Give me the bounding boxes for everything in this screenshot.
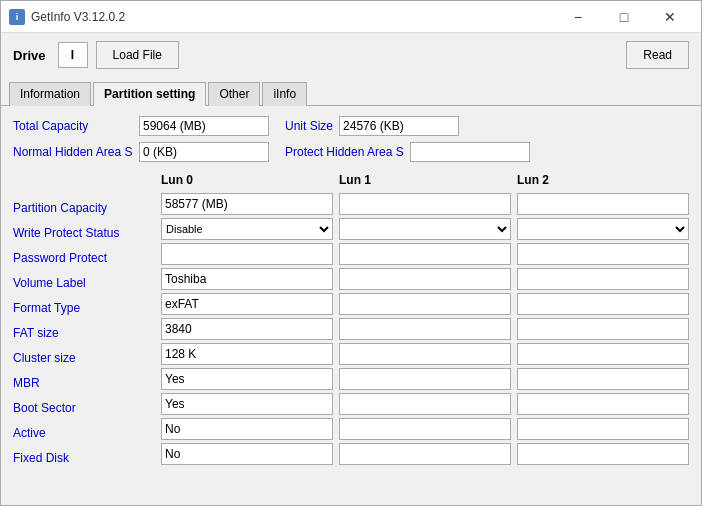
lun-2-header: Lun 2 xyxy=(517,170,689,190)
drive-value: I xyxy=(58,42,88,68)
title-bar-left: i GetInfo V3.12.0.2 xyxy=(9,9,125,25)
lun-0-column: Lun 0 Disable Enable xyxy=(161,170,333,469)
main-grid: Partition Capacity Write Protect Status … xyxy=(13,170,689,469)
lun-0-fat-size xyxy=(161,318,333,340)
top-row-1: Total Capacity Unit Size xyxy=(13,116,689,136)
top-row-2: Normal Hidden Area S Protect Hidden Area… xyxy=(13,142,689,162)
window-title: GetInfo V3.12.0.2 xyxy=(31,10,125,24)
lun-2-active xyxy=(517,418,689,440)
lun-0-partition-capacity xyxy=(161,193,333,215)
content-area: Total Capacity Unit Size Normal Hidden A… xyxy=(1,106,701,505)
lun-1-cluster-size xyxy=(339,343,511,365)
label-fixed-disk: Fixed Disk xyxy=(13,447,153,469)
lun-0-header: Lun 0 xyxy=(161,170,333,190)
lun-1-fixed-disk xyxy=(339,443,511,465)
lun-1-active xyxy=(339,418,511,440)
normal-hidden-label: Normal Hidden Area S xyxy=(13,145,133,159)
lun-1-fat-size xyxy=(339,318,511,340)
label-cluster-size: Cluster size xyxy=(13,347,153,369)
lun-1-partition-capacity xyxy=(339,193,511,215)
lun-0-volume-label xyxy=(161,268,333,290)
protect-hidden-input[interactable] xyxy=(410,142,530,162)
lun-1-volume-label xyxy=(339,268,511,290)
protect-hidden-label: Protect Hidden Area S xyxy=(285,145,404,159)
normal-hidden-field: Normal Hidden Area S xyxy=(13,142,269,162)
normal-hidden-input[interactable] xyxy=(139,142,269,162)
tab-bar: Information Partition setting Other iInf… xyxy=(1,77,701,106)
maximize-button[interactable]: □ xyxy=(601,1,647,33)
title-controls: − □ ✕ xyxy=(555,1,693,33)
tab-partition-setting[interactable]: Partition setting xyxy=(93,82,206,106)
spacer-lun-header xyxy=(13,170,153,194)
label-active: Active xyxy=(13,422,153,444)
lun-2-cluster-size xyxy=(517,343,689,365)
lun-1-write-protect: Disable Enable xyxy=(339,218,511,240)
lun-1-header: Lun 1 xyxy=(339,170,511,190)
row-labels: Partition Capacity Write Protect Status … xyxy=(13,170,153,469)
tab-iinfo[interactable]: iInfo xyxy=(262,82,307,106)
unit-size-field: Unit Size xyxy=(285,116,459,136)
read-button[interactable]: Read xyxy=(626,41,689,69)
lun-0-mbr xyxy=(161,368,333,390)
label-write-protect: Write Protect Status xyxy=(13,222,153,244)
lun-2-mbr xyxy=(517,368,689,390)
protect-hidden-field: Protect Hidden Area S xyxy=(285,142,530,162)
lun-0-format-type xyxy=(161,293,333,315)
lun-2-partition-capacity xyxy=(517,193,689,215)
label-format-type: Format Type xyxy=(13,297,153,319)
lun-grid: Lun 0 Disable Enable xyxy=(161,170,689,469)
label-fat-size: FAT size xyxy=(13,322,153,344)
main-window: i GetInfo V3.12.0.2 − □ ✕ Drive I Load F… xyxy=(0,0,702,506)
lun-1-password-protect xyxy=(339,243,511,265)
lun-2-password-protect xyxy=(517,243,689,265)
lun-0-fixed-disk xyxy=(161,443,333,465)
close-button[interactable]: ✕ xyxy=(647,1,693,33)
lun-0-active xyxy=(161,418,333,440)
label-password-protect: Password Protect xyxy=(13,247,153,269)
unit-size-input[interactable] xyxy=(339,116,459,136)
lun-1-mbr xyxy=(339,368,511,390)
lun-2-write-protect: Disable Enable xyxy=(517,218,689,240)
toolbar: Drive I Load File Read xyxy=(1,33,701,77)
total-capacity-field: Total Capacity xyxy=(13,116,269,136)
lun-2-format-type xyxy=(517,293,689,315)
drive-label: Drive xyxy=(13,48,46,63)
app-icon: i xyxy=(9,9,25,25)
lun-2-boot-sector xyxy=(517,393,689,415)
total-capacity-label: Total Capacity xyxy=(13,119,133,133)
label-volume-label: Volume Label xyxy=(13,272,153,294)
label-mbr: MBR xyxy=(13,372,153,394)
label-boot-sector: Boot Sector xyxy=(13,397,153,419)
tab-information[interactable]: Information xyxy=(9,82,91,106)
lun-2-volume-label xyxy=(517,268,689,290)
title-bar: i GetInfo V3.12.0.2 − □ ✕ xyxy=(1,1,701,33)
total-capacity-input[interactable] xyxy=(139,116,269,136)
lun-1-boot-sector xyxy=(339,393,511,415)
label-partition-capacity: Partition Capacity xyxy=(13,197,153,219)
lun-1-format-type xyxy=(339,293,511,315)
load-file-button[interactable]: Load File xyxy=(96,41,179,69)
lun-0-password-protect xyxy=(161,243,333,265)
minimize-button[interactable]: − xyxy=(555,1,601,33)
lun-0-write-protect: Disable Enable xyxy=(161,218,333,240)
lun-1-column: Lun 1 Disable Enable xyxy=(339,170,511,469)
unit-size-label: Unit Size xyxy=(285,119,333,133)
tab-other[interactable]: Other xyxy=(208,82,260,106)
lun-0-boot-sector xyxy=(161,393,333,415)
lun-2-fixed-disk xyxy=(517,443,689,465)
lun-2-column: Lun 2 Disable Enable xyxy=(517,170,689,469)
lun-2-fat-size xyxy=(517,318,689,340)
lun-0-cluster-size xyxy=(161,343,333,365)
